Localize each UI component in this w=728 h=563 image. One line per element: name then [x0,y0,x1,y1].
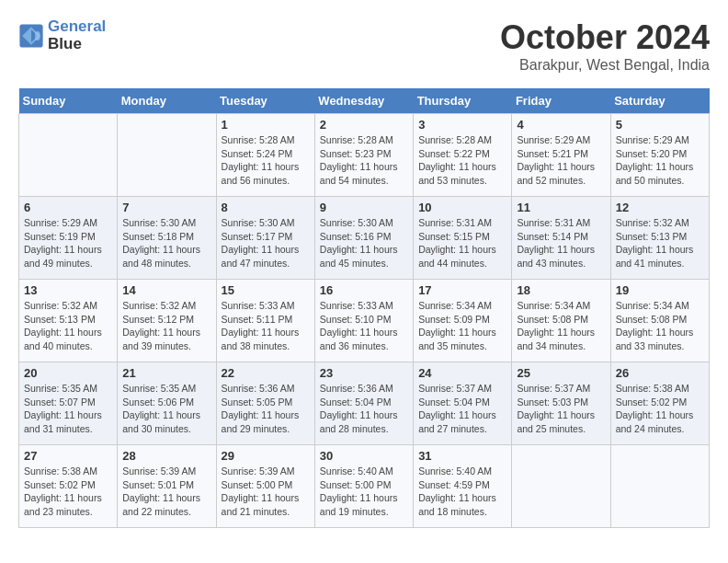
calendar-cell: 20Sunrise: 5:35 AM Sunset: 5:07 PM Dayli… [19,362,118,445]
cell-detail: Sunrise: 5:40 AM Sunset: 4:59 PM Dayligh… [418,465,506,519]
cell-detail: Sunrise: 5:34 AM Sunset: 5:08 PM Dayligh… [517,299,605,353]
day-number: 30 [320,449,408,463]
cell-detail: Sunrise: 5:31 AM Sunset: 5:15 PM Dayligh… [418,216,506,270]
cell-detail: Sunrise: 5:28 AM Sunset: 5:24 PM Dayligh… [222,133,310,188]
cell-detail: Sunrise: 5:30 AM Sunset: 5:16 PM Dayligh… [320,216,408,270]
calendar-cell: 26Sunrise: 5:38 AM Sunset: 5:02 PM Dayli… [610,362,709,445]
cell-detail: Sunrise: 5:35 AM Sunset: 5:07 PM Dayligh… [24,382,112,436]
calendar-cell [19,114,118,197]
cell-detail: Sunrise: 5:34 AM Sunset: 5:08 PM Dayligh… [616,299,704,353]
day-number: 10 [418,201,506,214]
calendar-cell: 3Sunrise: 5:28 AM Sunset: 5:22 PM Daylig… [414,114,512,197]
calendar-cell: 30Sunrise: 5:40 AM Sunset: 5:00 PM Dayli… [314,445,413,528]
calendar-cell: 4Sunrise: 5:29 AM Sunset: 5:21 PM Daylig… [512,114,610,197]
calendar-cell: 29Sunrise: 5:39 AM Sunset: 5:00 PM Dayli… [216,445,314,528]
day-number: 2 [320,118,408,132]
day-number: 29 [222,449,310,463]
day-number: 20 [24,366,112,380]
calendar-header-row: SundayMondayTuesdayWednesdayThursdayFrid… [19,88,710,114]
cell-detail: Sunrise: 5:30 AM Sunset: 5:18 PM Dayligh… [122,216,210,270]
cell-detail: Sunrise: 5:32 AM Sunset: 5:12 PM Dayligh… [122,299,210,353]
cell-detail: Sunrise: 5:38 AM Sunset: 5:02 PM Dayligh… [24,465,112,519]
calendar-week-4: 27Sunrise: 5:38 AM Sunset: 5:02 PM Dayli… [19,445,710,528]
calendar-cell [610,445,709,528]
calendar-cell: 27Sunrise: 5:38 AM Sunset: 5:02 PM Dayli… [19,445,118,528]
calendar-cell: 10Sunrise: 5:31 AM Sunset: 5:15 PM Dayli… [414,197,512,280]
calendar-cell: 6Sunrise: 5:29 AM Sunset: 5:19 PM Daylig… [19,197,118,280]
day-number: 24 [418,366,506,380]
cell-detail: Sunrise: 5:31 AM Sunset: 5:14 PM Dayligh… [517,216,605,270]
calendar-cell: 14Sunrise: 5:32 AM Sunset: 5:12 PM Dayli… [118,280,216,362]
cell-detail: Sunrise: 5:29 AM Sunset: 5:20 PM Dayligh… [616,133,704,188]
calendar-cell: 19Sunrise: 5:34 AM Sunset: 5:08 PM Dayli… [610,280,709,362]
header-tuesday: Tuesday [216,88,314,114]
calendar-cell [118,114,216,197]
calendar-table: SundayMondayTuesdayWednesdayThursdayFrid… [18,88,710,528]
cell-detail: Sunrise: 5:33 AM Sunset: 5:11 PM Dayligh… [222,299,310,353]
day-number: 18 [517,283,605,297]
cell-detail: Sunrise: 5:36 AM Sunset: 5:04 PM Dayligh… [320,382,408,436]
calendar-cell: 9Sunrise: 5:30 AM Sunset: 5:16 PM Daylig… [314,197,413,280]
day-number: 16 [320,283,408,297]
logo-icon [18,23,44,49]
day-number: 25 [517,366,605,380]
day-number: 6 [24,201,112,214]
logo-general: General [48,17,106,35]
page-header: General Blue October 2024 Barakpur, West… [18,18,710,74]
cell-detail: Sunrise: 5:39 AM Sunset: 5:01 PM Dayligh… [122,465,210,519]
calendar-cell: 25Sunrise: 5:37 AM Sunset: 5:03 PM Dayli… [512,362,610,445]
calendar-cell: 15Sunrise: 5:33 AM Sunset: 5:11 PM Dayli… [216,280,314,362]
day-number: 15 [222,283,310,297]
cell-detail: Sunrise: 5:28 AM Sunset: 5:23 PM Dayligh… [320,133,408,188]
day-number: 28 [122,449,210,463]
cell-detail: Sunrise: 5:28 AM Sunset: 5:22 PM Dayligh… [418,133,506,188]
calendar-cell: 16Sunrise: 5:33 AM Sunset: 5:10 PM Dayli… [314,280,413,362]
calendar-week-3: 20Sunrise: 5:35 AM Sunset: 5:07 PM Dayli… [19,362,710,445]
cell-detail: Sunrise: 5:29 AM Sunset: 5:19 PM Dayligh… [24,216,112,270]
day-number: 14 [122,283,210,297]
calendar-week-1: 6Sunrise: 5:29 AM Sunset: 5:19 PM Daylig… [19,197,710,280]
day-number: 27 [24,449,112,463]
logo-text-block: General Blue [48,18,106,52]
calendar-cell: 23Sunrise: 5:36 AM Sunset: 5:04 PM Dayli… [314,362,413,445]
day-number: 3 [418,118,506,132]
calendar-week-2: 13Sunrise: 5:32 AM Sunset: 5:13 PM Dayli… [19,280,710,362]
header-thursday: Thursday [414,88,512,114]
calendar-cell: 5Sunrise: 5:29 AM Sunset: 5:20 PM Daylig… [610,114,709,197]
logo-blue: Blue [48,35,82,52]
calendar-cell: 2Sunrise: 5:28 AM Sunset: 5:23 PM Daylig… [314,114,413,197]
calendar-cell: 18Sunrise: 5:34 AM Sunset: 5:08 PM Dayli… [512,280,610,362]
cell-detail: Sunrise: 5:34 AM Sunset: 5:09 PM Dayligh… [418,299,506,353]
day-number: 26 [616,366,704,380]
calendar-cell: 13Sunrise: 5:32 AM Sunset: 5:13 PM Dayli… [19,280,118,362]
cell-detail: Sunrise: 5:32 AM Sunset: 5:13 PM Dayligh… [616,216,704,270]
cell-detail: Sunrise: 5:30 AM Sunset: 5:17 PM Dayligh… [222,216,310,270]
day-number: 21 [122,366,210,380]
cell-detail: Sunrise: 5:39 AM Sunset: 5:00 PM Dayligh… [222,465,310,519]
logo: General Blue [18,18,106,52]
calendar-cell: 31Sunrise: 5:40 AM Sunset: 4:59 PM Dayli… [414,445,512,528]
day-number: 7 [122,201,210,214]
title-block: October 2024 Barakpur, West Bengal, Indi… [500,18,710,74]
cell-detail: Sunrise: 5:37 AM Sunset: 5:04 PM Dayligh… [418,382,506,436]
day-number: 22 [222,366,310,380]
calendar-cell [512,445,610,528]
month-title: October 2024 [500,18,710,57]
cell-detail: Sunrise: 5:29 AM Sunset: 5:21 PM Dayligh… [517,133,605,188]
day-number: 31 [418,449,506,463]
calendar-cell: 28Sunrise: 5:39 AM Sunset: 5:01 PM Dayli… [118,445,216,528]
day-number: 11 [517,201,605,214]
location: Barakpur, West Bengal, India [500,57,710,74]
header-saturday: Saturday [610,88,709,114]
day-number: 23 [320,366,408,380]
calendar-cell: 11Sunrise: 5:31 AM Sunset: 5:14 PM Dayli… [512,197,610,280]
day-number: 13 [24,283,112,297]
cell-detail: Sunrise: 5:38 AM Sunset: 5:02 PM Dayligh… [616,382,704,436]
calendar-cell: 8Sunrise: 5:30 AM Sunset: 5:17 PM Daylig… [216,197,314,280]
calendar-cell: 1Sunrise: 5:28 AM Sunset: 5:24 PM Daylig… [216,114,314,197]
calendar-cell: 21Sunrise: 5:35 AM Sunset: 5:06 PM Dayli… [118,362,216,445]
calendar-cell: 24Sunrise: 5:37 AM Sunset: 5:04 PM Dayli… [414,362,512,445]
day-number: 4 [517,118,605,132]
header-sunday: Sunday [19,88,118,114]
header-monday: Monday [118,88,216,114]
